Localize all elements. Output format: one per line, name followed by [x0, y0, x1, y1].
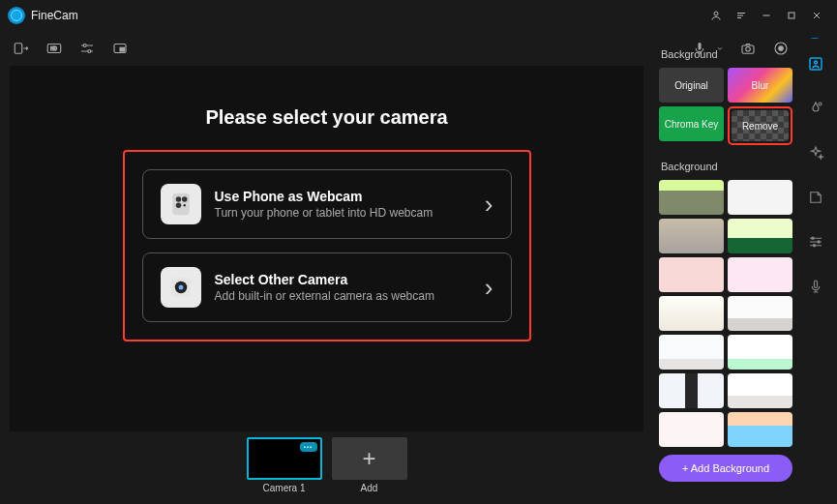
rail-background-icon[interactable]: [806, 54, 825, 74]
option-title: Use Phone as Webcam: [215, 189, 471, 204]
menu-icon[interactable]: [729, 3, 754, 28]
scene-add[interactable]: + Add: [332, 437, 407, 493]
scene-camera-1[interactable]: ••• Camera 1: [247, 437, 322, 493]
svg-point-24: [815, 61, 818, 64]
svg-text:HD: HD: [50, 46, 57, 51]
rail-adjust-icon[interactable]: [806, 232, 825, 252]
svg-point-17: [182, 196, 188, 202]
backgrounds-header: Background: [657, 157, 794, 180]
svg-point-27: [818, 241, 820, 243]
bg-effect-chroma[interactable]: Chroma Key: [659, 106, 724, 141]
preview-heading: Please select your camera: [205, 106, 447, 129]
chevron-right-icon: ›: [485, 273, 493, 303]
rail-effects-icon[interactable]: [806, 99, 825, 118]
scene-label: Camera 1: [263, 483, 306, 493]
svg-point-22: [178, 285, 183, 290]
bg-thumb[interactable]: [659, 296, 724, 331]
app-logo: [8, 7, 25, 24]
bg-effect-remove-highlight: Remove: [728, 106, 792, 145]
scene-add-label: Add: [361, 483, 378, 493]
svg-point-26: [812, 237, 814, 239]
svg-point-0: [714, 12, 718, 15]
svg-rect-1: [789, 13, 794, 18]
svg-rect-2: [15, 44, 22, 54]
svg-point-5: [83, 44, 86, 47]
effects-header: Background: [657, 44, 794, 68]
other-camera-option[interactable]: Select Other Camera Add built-in or exte…: [142, 252, 512, 322]
use-phone-option[interactable]: Use Phone as Webcam Turn your phone or t…: [142, 169, 512, 239]
account-icon[interactable]: [703, 3, 729, 28]
chevron-right-icon: ›: [485, 190, 493, 220]
svg-point-28: [813, 245, 815, 247]
sliders-icon[interactable]: [77, 39, 97, 58]
camera-options-highlight: Use Phone as Webcam Turn your phone or t…: [123, 150, 531, 341]
bg-thumb[interactable]: [659, 335, 724, 370]
svg-point-16: [175, 196, 181, 202]
webcam-icon: [161, 267, 201, 308]
phone-camera-icon: [161, 184, 201, 224]
rail-audio-icon[interactable]: [806, 277, 825, 296]
svg-point-18: [175, 203, 181, 209]
bg-thumb[interactable]: [728, 335, 792, 370]
bg-effect-blur[interactable]: Blur: [728, 68, 792, 103]
hd-icon[interactable]: HD: [45, 39, 64, 58]
pip-icon[interactable]: [110, 39, 130, 58]
bg-effect-original[interactable]: Original: [659, 68, 724, 103]
close-button[interactable]: [804, 3, 829, 28]
svg-point-25: [819, 103, 822, 105]
app-title: FineCam: [31, 9, 78, 22]
rail-sticker-icon[interactable]: [806, 188, 825, 207]
bg-thumb[interactable]: [659, 257, 724, 292]
bg-thumb[interactable]: [659, 180, 724, 215]
svg-point-19: [183, 204, 186, 207]
export-icon[interactable]: [12, 39, 31, 58]
scene-menu-icon[interactable]: •••: [300, 442, 317, 452]
bg-thumb[interactable]: [728, 257, 792, 292]
svg-point-6: [88, 50, 91, 53]
option-subtitle: Turn your phone or tablet into HD webcam: [215, 206, 471, 220]
svg-rect-15: [172, 193, 190, 216]
bg-thumb[interactable]: [728, 296, 792, 331]
bg-thumb[interactable]: [728, 180, 792, 215]
minimize-button[interactable]: [754, 3, 779, 28]
bg-effect-remove[interactable]: Remove: [732, 110, 789, 141]
maximize-button[interactable]: [779, 3, 804, 28]
bg-thumb[interactable]: [659, 412, 724, 447]
bg-thumb[interactable]: [659, 219, 724, 253]
bg-thumb[interactable]: [728, 412, 792, 447]
svg-rect-8: [120, 47, 125, 51]
preview-area: Please select your camera Use Phone as W…: [10, 66, 643, 431]
plus-icon: +: [332, 437, 407, 480]
add-background-button[interactable]: + Add Background: [659, 455, 792, 482]
option-title: Select Other Camera: [215, 272, 471, 287]
svg-rect-29: [815, 281, 818, 288]
bg-thumb[interactable]: [659, 373, 724, 408]
option-subtitle: Add built-in or external camera as webca…: [215, 289, 471, 303]
bg-thumb[interactable]: [728, 373, 792, 408]
rail-sparkle-icon[interactable]: [806, 143, 825, 163]
bg-thumb[interactable]: [728, 219, 792, 253]
